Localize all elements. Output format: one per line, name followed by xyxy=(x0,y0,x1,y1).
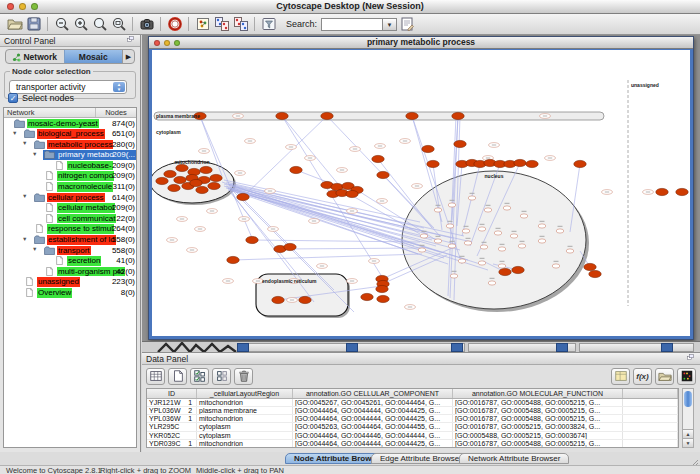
import-file-icon[interactable] xyxy=(655,368,674,385)
graph-node[interactable] xyxy=(584,263,596,270)
background-window-fragment[interactable] xyxy=(242,343,354,352)
minimize-button[interactable] xyxy=(164,40,170,46)
graph-node[interactable] xyxy=(377,295,389,302)
network-graph[interactable]: plasma membranecytoplasmmitochondrionnuc… xyxy=(152,50,690,336)
graph-node[interactable] xyxy=(434,239,442,243)
expander-icon[interactable]: ▼ xyxy=(32,151,37,157)
column-header[interactable]: annotation.GO CELLULAR_COMPONENT xyxy=(293,389,453,398)
save-session-icon[interactable] xyxy=(24,15,43,33)
tree-row-unassigned[interactable]: unassigned223(0) xyxy=(4,277,136,288)
graph-node[interactable] xyxy=(452,112,464,119)
tree-row-macromolecule[interactable]: macromolecule311(0) xyxy=(4,182,136,193)
background-window-fragment[interactable] xyxy=(579,343,694,352)
expander-icon[interactable]: ▼ xyxy=(32,246,37,252)
graph-node[interactable] xyxy=(499,268,511,275)
graph-node[interactable] xyxy=(478,261,486,265)
zoom-in-icon[interactable] xyxy=(71,15,90,33)
graph-node[interactable] xyxy=(156,177,168,184)
graph-node[interactable] xyxy=(377,171,389,178)
graph-node[interactable] xyxy=(464,241,472,245)
table-row[interactable]: YLR295Ccytoplasm[GO:0045263, GO:0044464,… xyxy=(147,423,678,431)
graph-node[interactable] xyxy=(372,155,384,162)
graphics-details-icon[interactable] xyxy=(193,15,212,33)
select-nodes-checkbox[interactable]: ✓ xyxy=(8,93,18,103)
close-button[interactable] xyxy=(154,40,160,46)
graph-node[interactable] xyxy=(458,259,466,263)
graph-node[interactable] xyxy=(168,184,180,191)
window-titlebar[interactable]: Cytoscape Desktop (New Session) xyxy=(0,0,700,14)
background-window-titlebar-fragment[interactable] xyxy=(451,343,463,352)
graph-node[interactable] xyxy=(321,112,333,119)
delete-attribute-icon[interactable] xyxy=(234,368,253,385)
graph-node[interactable] xyxy=(574,160,586,167)
tab-edge-attribute-browser[interactable]: Edge Attribute Browser xyxy=(371,453,471,464)
graph-node[interactable] xyxy=(656,188,668,195)
network-view-window[interactable]: primary metabolic process plasma membran… xyxy=(148,36,694,340)
graph-node[interactable] xyxy=(164,170,176,177)
table-scrollbar[interactable]: ▲ ▼ xyxy=(682,388,694,448)
graph-node[interactable] xyxy=(494,231,502,235)
zoom-button[interactable] xyxy=(31,3,38,10)
graph-node[interactable] xyxy=(478,227,486,231)
graph-node[interactable] xyxy=(484,208,492,212)
search-dropdown-button[interactable]: ▼ xyxy=(383,18,397,31)
graph-node[interactable] xyxy=(290,166,302,173)
graph-node[interactable] xyxy=(676,188,688,195)
tree-row-nucleobase[interactable]: nucleobase-209(0) xyxy=(4,160,136,171)
graph-node[interactable] xyxy=(454,140,466,147)
zoom-fit-icon[interactable] xyxy=(109,15,128,33)
tree-row-primary-metabo[interactable]: ▼primary metabo209(... xyxy=(4,150,136,161)
tree-row-cellular-metabol[interactable]: cellular metabol209(0) xyxy=(4,203,136,214)
graph-node[interactable] xyxy=(406,112,418,119)
table-row[interactable]: YDR039C__1mitochondrion[GO:0044464, GO:0… xyxy=(147,440,678,448)
graph-node[interactable] xyxy=(488,281,496,285)
attribute-table[interactable]: ID_cellularLayoutRegionannotation.GO CEL… xyxy=(146,388,679,448)
tree-row-metabolic-process[interactable]: ▼metabolic process280(0) xyxy=(4,139,136,150)
tree-column-network[interactable]: Network xyxy=(4,108,96,117)
table-row[interactable]: YKR052Ccytoplasm[GO:0044464, GO:0044446,… xyxy=(147,432,678,440)
tab-overflow-arrow[interactable]: ▶ xyxy=(122,50,134,63)
graph-node[interactable] xyxy=(538,224,546,228)
tree-column-nodes[interactable]: Nodes xyxy=(96,108,136,117)
graph-node[interactable] xyxy=(418,248,426,252)
tree-row-cellular-process[interactable]: ▼cellular process614(0) xyxy=(4,192,136,203)
annotation-icon[interactable] xyxy=(397,15,416,33)
graph-node[interactable] xyxy=(299,296,311,303)
column-header[interactable]: ID xyxy=(147,389,197,398)
graph-node[interactable] xyxy=(512,266,524,273)
background-window-titlebar-fragment[interactable] xyxy=(346,343,358,352)
tree-row-establishment-of-lo[interactable]: ▼establishment of lo558(0) xyxy=(4,235,136,246)
graph-node[interactable] xyxy=(450,274,458,278)
graph-node[interactable] xyxy=(510,234,518,238)
table-row[interactable]: YPL036W__1mitochondrion[GO:0044464, GO:0… xyxy=(147,415,678,423)
graph-node[interactable] xyxy=(520,214,528,218)
background-window-fragment[interactable] xyxy=(357,343,465,352)
graph-node[interactable] xyxy=(538,239,546,243)
float-panel-icon[interactable] xyxy=(127,36,137,46)
graph-node[interactable] xyxy=(246,236,258,243)
table-row[interactable]: YPL036W__2plasma membrane[GO:0044464, GO… xyxy=(147,407,678,415)
graph-node[interactable] xyxy=(468,196,476,200)
graph-node[interactable] xyxy=(526,160,538,167)
graph-node[interactable] xyxy=(208,182,220,189)
table-row[interactable]: YJR121W__1mitochondrion[GO:0045267, GO:0… xyxy=(147,399,678,407)
graph-node[interactable] xyxy=(448,244,456,248)
graph-node[interactable] xyxy=(552,264,560,268)
expander-icon[interactable]: ▼ xyxy=(22,193,27,199)
open-file-icon[interactable] xyxy=(5,15,24,33)
graph-node[interactable] xyxy=(480,245,488,249)
tree-row-overview[interactable]: Overview8(0) xyxy=(4,288,136,299)
graph-node[interactable] xyxy=(196,186,208,193)
graph-node[interactable] xyxy=(176,164,188,171)
graph-node[interactable] xyxy=(566,249,574,253)
tab-network-attribute-browser[interactable]: Network Attribute Browser xyxy=(459,453,569,464)
function-builder-icon[interactable]: f(x) xyxy=(633,368,652,385)
import-table-icon[interactable] xyxy=(611,368,630,385)
tree-row-nitrogen-compo[interactable]: nitrogen compo209(0) xyxy=(4,171,136,182)
help-icon[interactable] xyxy=(165,15,184,33)
expander-icon[interactable]: ▼ xyxy=(22,236,27,242)
scroll-up-arrow[interactable]: ▲ xyxy=(683,429,693,438)
tab-network[interactable]: Network xyxy=(6,50,64,63)
search-input[interactable] xyxy=(321,18,383,31)
column-header[interactable]: _cellularLayoutRegion xyxy=(197,389,293,398)
